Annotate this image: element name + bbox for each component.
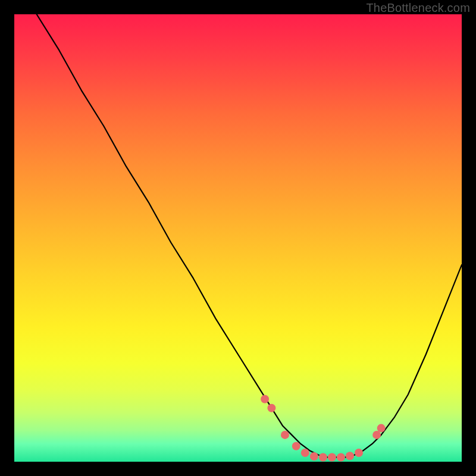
highlight-dot — [267, 404, 275, 412]
highlight-dot — [377, 424, 386, 433]
highlight-dot — [319, 453, 327, 461]
highlight-dots — [261, 395, 386, 462]
chart-frame: TheBottleneck.com — [0, 0, 476, 476]
plot-area — [14, 14, 462, 462]
highlight-dot — [346, 452, 354, 460]
curve-line — [37, 14, 462, 457]
highlight-dot — [328, 453, 336, 461]
highlight-dot — [261, 395, 269, 403]
highlight-dot — [337, 453, 345, 461]
highlight-dot — [310, 452, 318, 461]
curve-path — [37, 14, 462, 457]
highlight-dot — [301, 449, 309, 457]
highlight-dot — [355, 449, 363, 457]
highlight-dot — [281, 431, 289, 439]
watermark-text: TheBottleneck.com — [366, 1, 470, 15]
highlight-dot — [292, 442, 300, 450]
chart-svg — [14, 14, 462, 462]
